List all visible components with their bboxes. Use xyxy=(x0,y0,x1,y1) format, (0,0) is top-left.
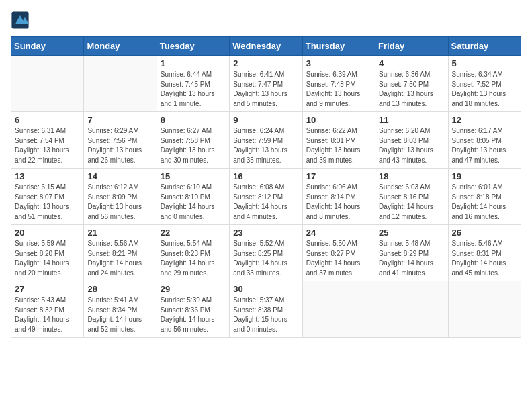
day-info: Sunrise: 6:29 AM Sunset: 7:56 PM Dayligh… xyxy=(87,126,152,165)
day-info: Sunrise: 6:12 AM Sunset: 8:09 PM Dayligh… xyxy=(87,183,152,222)
day-number: 5 xyxy=(452,58,517,68)
day-number: 15 xyxy=(161,171,226,181)
calendar-cell: 15Sunrise: 6:10 AM Sunset: 8:10 PM Dayli… xyxy=(157,169,229,225)
calendar-cell: 26Sunrise: 5:46 AM Sunset: 8:31 PM Dayli… xyxy=(448,225,521,281)
weekday-header-cell: Monday xyxy=(84,37,157,56)
day-info: Sunrise: 5:50 AM Sunset: 8:27 PM Dayligh… xyxy=(306,239,371,278)
calendar-week-row: 20Sunrise: 5:59 AM Sunset: 8:20 PM Dayli… xyxy=(11,225,521,281)
day-number: 19 xyxy=(452,171,517,181)
calendar-cell: 30Sunrise: 5:37 AM Sunset: 8:38 PM Dayli… xyxy=(230,281,302,338)
day-number: 27 xyxy=(15,284,80,294)
calendar-cell: 28Sunrise: 5:41 AM Sunset: 8:34 PM Dayli… xyxy=(84,281,157,338)
calendar-cell xyxy=(448,281,521,338)
day-info: Sunrise: 6:41 AM Sunset: 7:47 PM Dayligh… xyxy=(233,70,298,109)
day-info: Sunrise: 5:41 AM Sunset: 8:34 PM Dayligh… xyxy=(87,295,152,334)
day-info: Sunrise: 6:08 AM Sunset: 8:12 PM Dayligh… xyxy=(233,183,298,222)
day-info: Sunrise: 5:56 AM Sunset: 8:21 PM Dayligh… xyxy=(87,239,152,278)
day-number: 26 xyxy=(452,228,517,238)
day-info: Sunrise: 6:15 AM Sunset: 8:07 PM Dayligh… xyxy=(15,183,80,222)
day-number: 8 xyxy=(161,115,226,125)
day-number: 11 xyxy=(379,115,444,125)
calendar-week-row: 1Sunrise: 6:44 AM Sunset: 7:45 PM Daylig… xyxy=(11,56,521,112)
logo-icon xyxy=(11,11,30,30)
calendar-cell xyxy=(84,56,157,112)
day-number: 21 xyxy=(87,228,152,238)
day-info: Sunrise: 6:01 AM Sunset: 8:18 PM Dayligh… xyxy=(452,183,517,222)
day-number: 7 xyxy=(87,115,152,125)
calendar-week-row: 13Sunrise: 6:15 AM Sunset: 8:07 PM Dayli… xyxy=(11,169,521,225)
day-info: Sunrise: 6:27 AM Sunset: 7:58 PM Dayligh… xyxy=(161,126,226,165)
day-info: Sunrise: 5:39 AM Sunset: 8:36 PM Dayligh… xyxy=(161,295,226,334)
calendar-cell: 20Sunrise: 5:59 AM Sunset: 8:20 PM Dayli… xyxy=(11,225,84,281)
day-info: Sunrise: 5:54 AM Sunset: 8:23 PM Dayligh… xyxy=(161,239,226,278)
calendar-cell: 18Sunrise: 6:03 AM Sunset: 8:16 PM Dayli… xyxy=(375,169,448,225)
day-number: 23 xyxy=(233,228,298,238)
day-info: Sunrise: 6:22 AM Sunset: 8:01 PM Dayligh… xyxy=(306,126,371,165)
day-number: 14 xyxy=(87,171,152,181)
day-info: Sunrise: 5:43 AM Sunset: 8:32 PM Dayligh… xyxy=(15,295,80,334)
weekday-header-cell: Tuesday xyxy=(157,37,229,56)
calendar-body: 1Sunrise: 6:44 AM Sunset: 7:45 PM Daylig… xyxy=(11,56,521,338)
calendar-cell: 19Sunrise: 6:01 AM Sunset: 8:18 PM Dayli… xyxy=(448,169,521,225)
day-number: 4 xyxy=(379,58,444,68)
day-number: 10 xyxy=(306,115,371,125)
day-info: Sunrise: 6:17 AM Sunset: 8:05 PM Dayligh… xyxy=(452,126,517,165)
weekday-header-cell: Sunday xyxy=(11,37,84,56)
calendar-cell: 7Sunrise: 6:29 AM Sunset: 7:56 PM Daylig… xyxy=(84,112,157,169)
calendar-cell: 16Sunrise: 6:08 AM Sunset: 8:12 PM Dayli… xyxy=(230,169,302,225)
calendar-cell: 6Sunrise: 6:31 AM Sunset: 7:54 PM Daylig… xyxy=(11,112,84,169)
calendar-cell: 14Sunrise: 6:12 AM Sunset: 8:09 PM Dayli… xyxy=(84,169,157,225)
calendar-cell: 25Sunrise: 5:48 AM Sunset: 8:29 PM Dayli… xyxy=(375,225,448,281)
calendar-cell: 5Sunrise: 6:34 AM Sunset: 7:52 PM Daylig… xyxy=(448,56,521,112)
calendar-cell: 22Sunrise: 5:54 AM Sunset: 8:23 PM Dayli… xyxy=(157,225,229,281)
day-number: 20 xyxy=(15,228,80,238)
day-number: 13 xyxy=(15,171,80,181)
calendar-cell: 21Sunrise: 5:56 AM Sunset: 8:21 PM Dayli… xyxy=(84,225,157,281)
calendar: SundayMondayTuesdayWednesdayThursdayFrid… xyxy=(11,36,521,338)
weekday-header-row: SundayMondayTuesdayWednesdayThursdayFrid… xyxy=(11,37,521,56)
calendar-cell xyxy=(375,281,448,338)
day-number: 12 xyxy=(452,115,517,125)
day-info: Sunrise: 6:34 AM Sunset: 7:52 PM Dayligh… xyxy=(452,70,517,109)
weekday-header-cell: Wednesday xyxy=(230,37,302,56)
calendar-cell: 3Sunrise: 6:39 AM Sunset: 7:48 PM Daylig… xyxy=(302,56,375,112)
calendar-cell: 27Sunrise: 5:43 AM Sunset: 8:32 PM Dayli… xyxy=(11,281,84,338)
day-info: Sunrise: 5:48 AM Sunset: 8:29 PM Dayligh… xyxy=(379,239,444,278)
day-info: Sunrise: 5:52 AM Sunset: 8:25 PM Dayligh… xyxy=(233,239,298,278)
day-info: Sunrise: 6:10 AM Sunset: 8:10 PM Dayligh… xyxy=(161,183,226,222)
day-number: 6 xyxy=(15,115,80,125)
calendar-cell: 9Sunrise: 6:24 AM Sunset: 7:59 PM Daylig… xyxy=(230,112,302,169)
calendar-cell: 1Sunrise: 6:44 AM Sunset: 7:45 PM Daylig… xyxy=(157,56,229,112)
weekday-header-cell: Thursday xyxy=(302,37,375,56)
day-info: Sunrise: 6:24 AM Sunset: 7:59 PM Dayligh… xyxy=(233,126,298,165)
weekday-header-cell: Saturday xyxy=(448,37,521,56)
day-number: 16 xyxy=(233,171,298,181)
header xyxy=(11,11,521,30)
calendar-cell: 12Sunrise: 6:17 AM Sunset: 8:05 PM Dayli… xyxy=(448,112,521,169)
day-number: 25 xyxy=(379,228,444,238)
day-info: Sunrise: 6:03 AM Sunset: 8:16 PM Dayligh… xyxy=(379,183,444,222)
day-info: Sunrise: 6:31 AM Sunset: 7:54 PM Dayligh… xyxy=(15,126,80,165)
day-number: 9 xyxy=(233,115,298,125)
calendar-cell xyxy=(11,56,84,112)
calendar-cell: 17Sunrise: 6:06 AM Sunset: 8:14 PM Dayli… xyxy=(302,169,375,225)
day-number: 1 xyxy=(161,58,226,68)
calendar-cell: 8Sunrise: 6:27 AM Sunset: 7:58 PM Daylig… xyxy=(157,112,229,169)
calendar-cell: 11Sunrise: 6:20 AM Sunset: 8:03 PM Dayli… xyxy=(375,112,448,169)
day-number: 30 xyxy=(233,284,298,294)
day-number: 2 xyxy=(233,58,298,68)
day-info: Sunrise: 5:46 AM Sunset: 8:31 PM Dayligh… xyxy=(452,239,517,278)
calendar-cell: 13Sunrise: 6:15 AM Sunset: 8:07 PM Dayli… xyxy=(11,169,84,225)
day-number: 3 xyxy=(306,58,371,68)
weekday-header-cell: Friday xyxy=(375,37,448,56)
calendar-week-row: 27Sunrise: 5:43 AM Sunset: 8:32 PM Dayli… xyxy=(11,281,521,338)
day-number: 17 xyxy=(306,171,371,181)
day-info: Sunrise: 6:39 AM Sunset: 7:48 PM Dayligh… xyxy=(306,70,371,109)
calendar-cell: 4Sunrise: 6:36 AM Sunset: 7:50 PM Daylig… xyxy=(375,56,448,112)
calendar-cell: 24Sunrise: 5:50 AM Sunset: 8:27 PM Dayli… xyxy=(302,225,375,281)
calendar-cell: 23Sunrise: 5:52 AM Sunset: 8:25 PM Dayli… xyxy=(230,225,302,281)
day-number: 29 xyxy=(161,284,226,294)
day-number: 28 xyxy=(87,284,152,294)
day-info: Sunrise: 6:20 AM Sunset: 8:03 PM Dayligh… xyxy=(379,126,444,165)
day-info: Sunrise: 5:37 AM Sunset: 8:38 PM Dayligh… xyxy=(233,295,298,334)
